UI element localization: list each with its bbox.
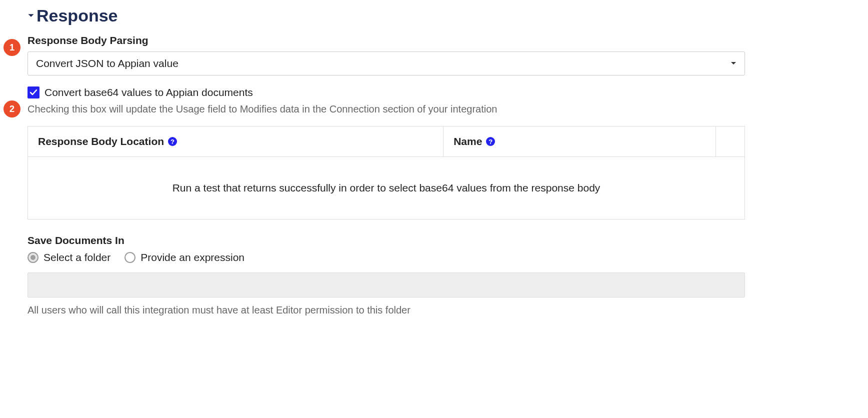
radio-icon [124,252,136,263]
radio-provide-expression-label: Provide an expression [140,252,244,264]
save-documents-label: Save Documents In [28,234,745,246]
convert-base64-label[interactable]: Convert base64 values to Appian document… [44,86,253,98]
convert-base64-checkbox[interactable] [28,86,40,98]
convert-base64-hint: Checking this box will update the Usage … [28,104,745,115]
table-col-name: Name [454,136,482,148]
radio-select-folder-label: Select a folder [44,252,110,264]
radio-select-folder[interactable]: Select a folder [28,252,110,264]
table-empty-message: Run a test that returns successfully in … [28,157,744,219]
annotation-badge-1: 1 [4,39,20,56]
folder-input[interactable] [28,272,745,298]
folder-hint: All users who will call this integration… [28,304,745,316]
annotation-badge-2: 2 [4,100,20,118]
response-body-table: Response Body Location ? Name ? Run a te… [28,126,745,220]
response-body-parsing-label: Response Body Parsing [28,34,745,46]
help-icon[interactable]: ? [168,137,177,146]
caret-down-icon [730,60,736,67]
table-col-location: Response Body Location [38,136,164,148]
radio-provide-expression[interactable]: Provide an expression [124,252,244,264]
response-body-parsing-select[interactable]: Convert JSON to Appian value [28,52,745,76]
radio-icon [28,252,38,263]
chevron-down-icon [28,12,34,20]
section-title: Response [36,6,118,26]
response-body-parsing-value: Convert JSON to Appian value [36,58,730,70]
section-header-response[interactable]: Response [28,6,745,26]
help-icon[interactable]: ? [486,137,495,146]
